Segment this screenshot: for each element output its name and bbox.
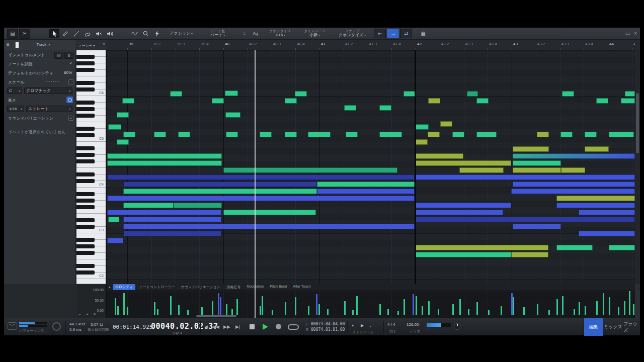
collapse-icon[interactable]: ▴ [109, 285, 111, 289]
playhead[interactable] [255, 50, 256, 318]
swing-select[interactable]: ストレート▾ [26, 106, 72, 112]
loop-button[interactable] [288, 324, 299, 330]
piano-key-black[interactable] [76, 205, 95, 209]
velocity-bar[interactable] [356, 296, 358, 315]
midi-note[interactable] [122, 98, 134, 104]
velocity-bar[interactable] [513, 297, 514, 315]
velocity-bar[interactable] [618, 307, 619, 315]
midi-note[interactable] [556, 196, 635, 201]
midi-note[interactable] [123, 182, 317, 187]
velocity-bar[interactable] [187, 310, 189, 315]
piano-key-black[interactable] [76, 192, 95, 196]
midi-note[interactable] [295, 91, 307, 97]
forward-button[interactable]: ▶▶ [223, 324, 230, 329]
zoom-tool-button[interactable] [141, 29, 151, 38]
velocity-bar[interactable] [201, 307, 203, 315]
midi-note[interactable] [621, 98, 635, 104]
velocity-bar[interactable] [609, 297, 610, 315]
velocity-bar[interactable] [231, 309, 233, 315]
velocity-bar[interactable] [220, 297, 221, 315]
record-button[interactable] [276, 324, 281, 329]
piano-key-black[interactable] [76, 87, 95, 92]
velocity-bar[interactable] [397, 311, 399, 315]
velocity-bar[interactable] [596, 301, 598, 315]
arrow-tool-button[interactable] [49, 29, 59, 38]
velocity-bar[interactable] [585, 306, 586, 315]
midi-note[interactable] [379, 132, 402, 137]
tempo-value[interactable]: 126.00 [407, 322, 419, 327]
velocity-bar[interactable] [272, 310, 273, 315]
velocity-bar[interactable] [117, 306, 119, 315]
eraser-tool-button[interactable] [83, 29, 93, 38]
velocity-bar[interactable] [157, 309, 158, 315]
midi-note[interactable] [440, 121, 452, 127]
midi-note[interactable] [107, 153, 222, 159]
time-signature[interactable]: 4 / 4 [387, 322, 395, 327]
play-button[interactable] [263, 324, 268, 330]
midi-note[interactable] [513, 224, 561, 229]
midi-note[interactable] [556, 245, 593, 250]
midi-note[interactable] [260, 132, 272, 137]
secondary-time-display[interactable]: 00:01:14.925 [113, 324, 152, 330]
scale-snap-button[interactable]: ≈ [239, 29, 249, 38]
snap-mode-2-button[interactable]: → [387, 29, 399, 38]
velocity-bar[interactable] [379, 304, 381, 315]
velocity-bar[interactable] [404, 299, 405, 315]
velocity-bar[interactable] [285, 302, 286, 315]
midi-note[interactable] [107, 210, 221, 215]
midi-note[interactable] [561, 167, 585, 173]
list-icon[interactable]: ≡ [103, 42, 105, 47]
velocity-bar[interactable] [537, 304, 538, 315]
midi-note[interactable] [416, 203, 511, 208]
midi-note[interactable] [513, 153, 635, 159]
midi-note[interactable] [117, 139, 129, 145]
midi-note[interactable] [223, 210, 316, 215]
velocity-bar[interactable] [226, 304, 227, 315]
midi-note[interactable] [476, 98, 489, 104]
piano-key-black[interactable] [76, 264, 95, 268]
pencil-tool-button[interactable] [60, 29, 70, 38]
midi-note[interactable] [107, 196, 415, 201]
paint-tool-button[interactable]: ▤ [7, 29, 18, 39]
velocity-tab-6[interactable]: Pitch Bend [267, 284, 289, 290]
piano-key-black[interactable] [76, 146, 95, 150]
velocity-bar[interactable] [178, 305, 180, 315]
velocity-tab-4[interactable]: 演奏記号 [224, 284, 243, 290]
velocity-bar[interactable] [579, 302, 580, 315]
midi-note[interactable] [226, 132, 238, 137]
piano-key-black[interactable] [76, 81, 95, 85]
scrollbar-thumb[interactable] [636, 93, 639, 153]
piano-key-black[interactable] [76, 55, 95, 59]
macro-tool-button[interactable] [152, 29, 162, 38]
velocity-bar[interactable] [523, 307, 525, 315]
midi-note[interactable] [117, 112, 129, 118]
midi-note[interactable] [609, 245, 635, 250]
midi-note[interactable] [108, 124, 121, 130]
mute-tool-button[interactable] [94, 29, 104, 38]
midi-note[interactable] [416, 210, 503, 215]
midi-note[interactable] [123, 203, 174, 208]
midi-note[interactable] [625, 91, 635, 97]
track-selector[interactable]: Track ▾ [24, 42, 62, 47]
midi-note[interactable] [123, 231, 221, 236]
time-unit-dropdown[interactable]: 小節 ▾ [172, 331, 182, 336]
midi-note[interactable] [579, 210, 635, 215]
mix-view-button[interactable]: ミックス [603, 318, 623, 336]
midi-note[interactable] [416, 174, 635, 180]
edit-view-button[interactable]: 編集 [584, 318, 603, 336]
velocity-bar[interactable] [428, 301, 430, 315]
velocity-bar[interactable] [452, 304, 454, 315]
piano-key-black[interactable] [76, 238, 95, 242]
midi-note[interactable] [416, 252, 511, 257]
midi-note[interactable] [537, 132, 549, 137]
velocity-lane[interactable] [107, 290, 635, 318]
velocity-bar[interactable] [548, 310, 550, 315]
piano-key-black[interactable] [76, 127, 95, 131]
velocity-tab-2[interactable]: ノートコントローラー [136, 284, 177, 290]
piano-key-black[interactable] [76, 199, 95, 203]
midi-note[interactable] [609, 132, 634, 137]
default-velocity-value[interactable]: 80% [64, 70, 72, 75]
midi-note[interactable] [107, 160, 222, 166]
velocity-bar[interactable] [170, 296, 172, 315]
velocity-bar[interactable] [262, 296, 263, 315]
